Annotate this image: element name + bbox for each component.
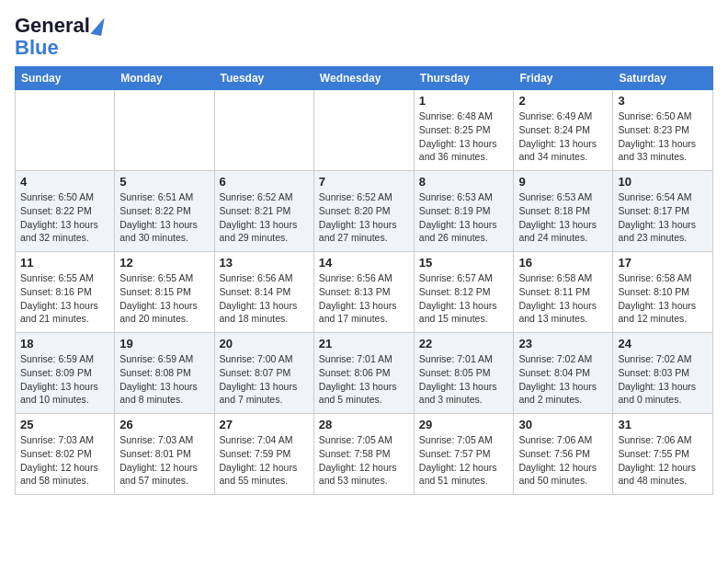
calendar-cell: 4Sunrise: 6:50 AMSunset: 8:22 PMDaylight… [16,171,115,252]
calendar-cell: 21Sunrise: 7:01 AMSunset: 8:06 PMDayligh… [313,333,414,414]
day-detail: Sunrise: 7:03 AMSunset: 8:01 PMDaylight:… [119,433,209,488]
calendar-cell: 12Sunrise: 6:55 AMSunset: 8:15 PMDayligh… [115,252,214,333]
day-detail: Sunrise: 6:50 AMSunset: 8:22 PMDaylight:… [20,190,109,245]
day-detail: Sunrise: 6:58 AMSunset: 8:10 PMDaylight:… [618,271,708,326]
calendar-cell: 3Sunrise: 6:50 AMSunset: 8:23 PMDaylight… [613,90,713,171]
calendar-cell: 17Sunrise: 6:58 AMSunset: 8:10 PMDayligh… [613,252,713,333]
calendar-header-saturday: Saturday [613,67,713,90]
day-number: 31 [618,418,708,431]
calendar-cell: 27Sunrise: 7:04 AMSunset: 7:59 PMDayligh… [214,414,313,495]
calendar-header-monday: Monday [115,67,214,90]
day-detail: Sunrise: 6:51 AMSunset: 8:22 PMDaylight:… [119,190,209,245]
day-detail: Sunrise: 6:59 AMSunset: 8:09 PMDaylight:… [20,352,109,407]
day-number: 15 [419,256,509,270]
day-detail: Sunrise: 7:00 AMSunset: 8:07 PMDaylight:… [220,352,309,407]
day-number: 28 [319,418,409,431]
day-detail: Sunrise: 6:56 AMSunset: 8:13 PMDaylight:… [319,271,409,326]
calendar-cell: 15Sunrise: 6:57 AMSunset: 8:12 PMDayligh… [414,252,514,333]
day-detail: Sunrise: 6:49 AMSunset: 8:24 PMDaylight:… [518,109,608,164]
calendar-cell: 30Sunrise: 7:06 AMSunset: 7:56 PMDayligh… [514,414,613,495]
logo-triangle-icon [90,16,104,36]
day-detail: Sunrise: 7:05 AMSunset: 7:57 PMDaylight:… [419,433,509,488]
calendar-cell [16,90,115,171]
calendar-cell: 31Sunrise: 7:06 AMSunset: 7:55 PMDayligh… [613,414,713,495]
logo-text-general: General [15,15,90,37]
calendar-header-wednesday: Wednesday [313,67,414,90]
calendar-header-tuesday: Tuesday [214,67,313,90]
calendar-cell: 14Sunrise: 6:56 AMSunset: 8:13 PMDayligh… [313,252,414,333]
day-detail: Sunrise: 6:52 AMSunset: 8:20 PMDaylight:… [319,190,409,245]
calendar-cell: 24Sunrise: 7:02 AMSunset: 8:03 PMDayligh… [613,333,713,414]
day-number: 29 [419,418,509,431]
calendar-cell: 22Sunrise: 7:01 AMSunset: 8:05 PMDayligh… [414,333,514,414]
day-detail: Sunrise: 6:53 AMSunset: 8:19 PMDaylight:… [419,190,509,245]
calendar-cell: 10Sunrise: 6:54 AMSunset: 8:17 PMDayligh… [613,171,713,252]
calendar-header-row: SundayMondayTuesdayWednesdayThursdayFrid… [16,67,713,90]
calendar-cell: 25Sunrise: 7:03 AMSunset: 8:02 PMDayligh… [16,414,115,495]
day-detail: Sunrise: 7:03 AMSunset: 8:02 PMDaylight:… [20,433,109,488]
day-number: 11 [20,256,109,270]
calendar-cell: 20Sunrise: 7:00 AMSunset: 8:07 PMDayligh… [214,333,313,414]
calendar-week-row: 4Sunrise: 6:50 AMSunset: 8:22 PMDaylight… [16,171,713,252]
calendar-cell: 18Sunrise: 6:59 AMSunset: 8:09 PMDayligh… [16,333,115,414]
day-detail: Sunrise: 6:56 AMSunset: 8:14 PMDaylight:… [220,271,309,326]
day-number: 30 [518,418,608,431]
page-header: General Blue [15,15,713,59]
day-number: 21 [319,337,409,350]
calendar-cell: 26Sunrise: 7:03 AMSunset: 8:01 PMDayligh… [115,414,214,495]
day-number: 19 [119,337,209,350]
calendar-cell: 8Sunrise: 6:53 AMSunset: 8:19 PMDaylight… [414,171,514,252]
calendar-cell: 9Sunrise: 6:53 AMSunset: 8:18 PMDaylight… [514,171,613,252]
day-number: 27 [220,418,309,431]
calendar-header-thursday: Thursday [414,67,514,90]
calendar-week-row: 11Sunrise: 6:55 AMSunset: 8:16 PMDayligh… [16,252,713,333]
day-number: 10 [618,175,708,189]
day-detail: Sunrise: 6:48 AMSunset: 8:25 PMDaylight:… [419,109,509,164]
calendar-cell [115,90,214,171]
day-detail: Sunrise: 7:04 AMSunset: 7:59 PMDaylight:… [220,433,309,488]
day-number: 7 [319,175,409,189]
calendar-week-row: 25Sunrise: 7:03 AMSunset: 8:02 PMDayligh… [16,414,713,495]
day-number: 25 [20,418,109,431]
day-number: 24 [618,337,708,350]
day-number: 26 [119,418,209,431]
calendar-cell: 13Sunrise: 6:56 AMSunset: 8:14 PMDayligh… [214,252,313,333]
calendar-cell: 2Sunrise: 6:49 AMSunset: 8:24 PMDaylight… [514,90,613,171]
calendar-cell: 11Sunrise: 6:55 AMSunset: 8:16 PMDayligh… [16,252,115,333]
calendar-week-row: 1Sunrise: 6:48 AMSunset: 8:25 PMDaylight… [16,90,713,171]
day-number: 2 [518,94,608,108]
calendar-cell: 23Sunrise: 7:02 AMSunset: 8:04 PMDayligh… [514,333,613,414]
calendar-cell [313,90,414,171]
calendar-cell: 5Sunrise: 6:51 AMSunset: 8:22 PMDaylight… [115,171,214,252]
day-detail: Sunrise: 7:06 AMSunset: 7:55 PMDaylight:… [618,433,708,488]
day-number: 17 [618,256,708,270]
day-detail: Sunrise: 7:01 AMSunset: 8:05 PMDaylight:… [419,352,509,407]
calendar-cell: 6Sunrise: 6:52 AMSunset: 8:21 PMDaylight… [214,171,313,252]
calendar-header-sunday: Sunday [16,67,115,90]
calendar-week-row: 18Sunrise: 6:59 AMSunset: 8:09 PMDayligh… [16,333,713,414]
day-number: 20 [220,337,309,350]
day-detail: Sunrise: 7:05 AMSunset: 7:58 PMDaylight:… [319,433,409,488]
day-number: 16 [518,256,608,270]
day-number: 14 [319,256,409,270]
day-number: 23 [518,337,608,350]
calendar-table: SundayMondayTuesdayWednesdayThursdayFrid… [15,66,713,495]
day-detail: Sunrise: 6:58 AMSunset: 8:11 PMDaylight:… [518,271,608,326]
calendar-cell: 7Sunrise: 6:52 AMSunset: 8:20 PMDaylight… [313,171,414,252]
day-detail: Sunrise: 6:54 AMSunset: 8:17 PMDaylight:… [618,190,708,245]
calendar-cell [214,90,313,171]
logo-text-blue: Blue [15,37,59,59]
logo: General Blue [15,15,103,59]
day-number: 4 [20,175,109,189]
day-number: 22 [419,337,509,350]
day-detail: Sunrise: 6:50 AMSunset: 8:23 PMDaylight:… [618,109,708,164]
day-detail: Sunrise: 6:52 AMSunset: 8:21 PMDaylight:… [220,190,309,245]
day-number: 3 [618,94,708,108]
day-detail: Sunrise: 6:55 AMSunset: 8:16 PMDaylight:… [20,271,109,326]
day-detail: Sunrise: 7:06 AMSunset: 7:56 PMDaylight:… [518,433,608,488]
day-detail: Sunrise: 6:59 AMSunset: 8:08 PMDaylight:… [119,352,209,407]
day-number: 1 [419,94,509,108]
day-number: 18 [20,337,109,350]
calendar-header-friday: Friday [514,67,613,90]
day-detail: Sunrise: 7:02 AMSunset: 8:04 PMDaylight:… [518,352,608,407]
